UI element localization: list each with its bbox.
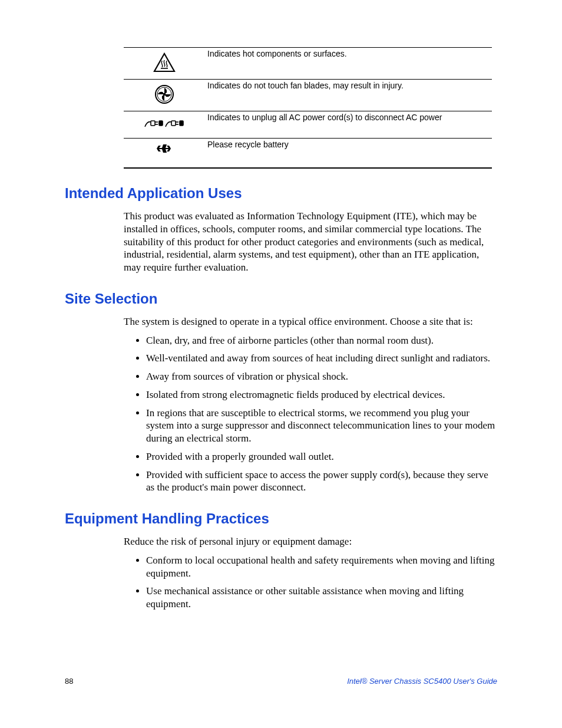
list-item: Provided with sufficient space to access… bbox=[146, 469, 497, 495]
fan-blade-icon bbox=[154, 84, 174, 106]
heading-equipment-handling-practices: Equipment Handling Practices bbox=[65, 510, 497, 527]
list-item: Well-ventilated and away from sources of… bbox=[146, 352, 497, 365]
list-item: Conform to local occupational health and… bbox=[146, 554, 497, 580]
bullet-list: Conform to local occupational health and… bbox=[124, 554, 497, 611]
table-cell-text: Indicates do not touch fan blades, may r… bbox=[205, 80, 492, 111]
table-row: Indicates hot components or surfaces. bbox=[124, 48, 492, 80]
list-item: Away from sources of vibration or physic… bbox=[146, 370, 497, 383]
list-item: Use mechanical assistance or other suita… bbox=[146, 585, 497, 611]
paragraph: Reduce the risk of personal injury or eq… bbox=[124, 535, 497, 548]
svg-rect-12 bbox=[180, 121, 183, 126]
body-block: This product was evaluated as Informatio… bbox=[124, 210, 497, 274]
document-page: Indicates hot components or surfaces. bbox=[0, 0, 562, 728]
list-item: In regions that are susceptible to elect… bbox=[146, 407, 497, 445]
paragraph: This product was evaluated as Informatio… bbox=[124, 210, 497, 274]
body-block: Reduce the risk of personal injury or eq… bbox=[124, 535, 497, 611]
heading-site-selection: Site Selection bbox=[65, 291, 497, 307]
list-item: Clean, dry, and free of airborne particl… bbox=[146, 334, 497, 347]
list-item: Isolated from strong electromagnetic fie… bbox=[146, 388, 497, 401]
safety-symbol-table: Indicates hot components or surfaces. bbox=[124, 47, 492, 169]
bullet-list: Clean, dry, and free of airborne particl… bbox=[124, 334, 497, 495]
recycle-battery-icon bbox=[156, 143, 173, 163]
table-row: Indicates do not touch fan blades, may r… bbox=[124, 80, 492, 111]
body-block: The system is designed to operate in a t… bbox=[124, 315, 497, 494]
page-footer: 88 Intel® Server Chassis SC5400 User's G… bbox=[65, 677, 497, 686]
table-cell-text: Indicates to unplug all AC power cord(s)… bbox=[205, 111, 492, 139]
svg-rect-5 bbox=[151, 121, 155, 126]
hot-surface-icon bbox=[153, 52, 176, 74]
svg-rect-9 bbox=[171, 121, 176, 126]
paragraph: The system is designed to operate in a t… bbox=[124, 315, 497, 328]
table-cell-text: Please recycle battery bbox=[205, 139, 492, 169]
table-row: Please recycle battery bbox=[124, 139, 492, 169]
list-item: Provided with a properly grounded wall o… bbox=[146, 450, 497, 463]
heading-intended-application-uses: Intended Application Uses bbox=[65, 185, 497, 202]
table-cell-text: Indicates hot components or surfaces. bbox=[205, 48, 492, 80]
unplug-cords-icon bbox=[144, 116, 185, 133]
table-row: Indicates to unplug all AC power cord(s)… bbox=[124, 111, 492, 139]
svg-point-4 bbox=[163, 93, 166, 95]
svg-rect-8 bbox=[159, 121, 163, 126]
footer-doc-title: Intel® Server Chassis SC5400 User's Guid… bbox=[347, 677, 497, 686]
page-number: 88 bbox=[65, 677, 73, 686]
